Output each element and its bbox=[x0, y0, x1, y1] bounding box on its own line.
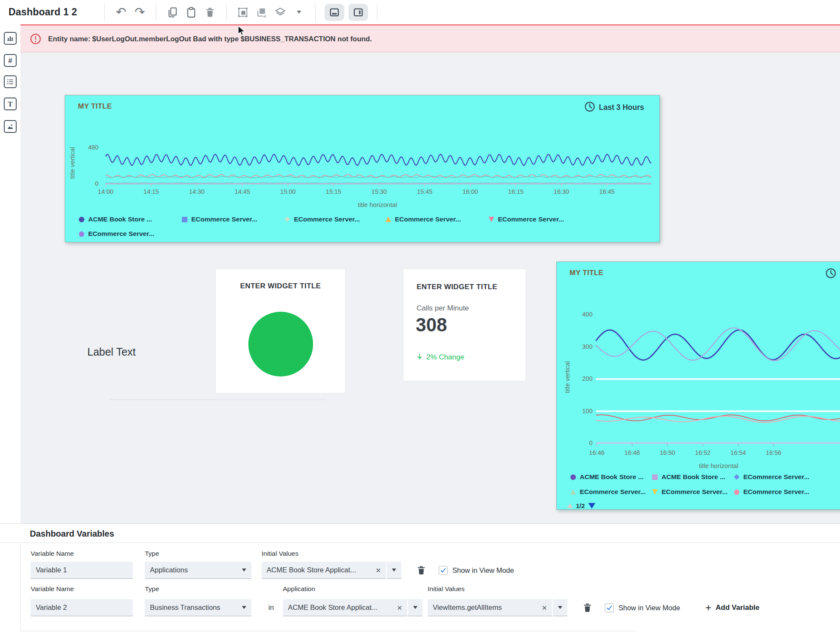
combo-dropdown-button[interactable] bbox=[553, 599, 567, 616]
add-chart-widget-bar-chart-icon[interactable] bbox=[4, 32, 17, 45]
legend-label: ACME Book Store ... bbox=[88, 215, 152, 223]
widget-title: MY TITLE bbox=[78, 102, 112, 111]
pentagon-marker-icon bbox=[79, 231, 84, 237]
show-in-view-mode-label: Show in View Mode bbox=[452, 566, 514, 575]
legend-item[interactable]: ECommerce Server... bbox=[79, 230, 154, 238]
page-title: Dashboard 1 2 bbox=[9, 6, 77, 18]
x-axis-tick-label: 16:54 bbox=[726, 449, 750, 456]
y-axis-title: title vertical bbox=[564, 348, 571, 407]
toolbar-separator bbox=[156, 4, 156, 20]
toolbar-separator bbox=[315, 4, 316, 20]
legend-label: ECommerce Server... bbox=[743, 488, 809, 496]
x-axis-tick-label: 14:00 bbox=[94, 188, 118, 195]
combo-dropdown-button[interactable] bbox=[408, 599, 423, 616]
layers-button[interactable] bbox=[273, 5, 288, 20]
error-banner: Entity name: $UserLogOut.memberLogOut Ba… bbox=[20, 24, 840, 52]
undo-button[interactable]: ↶ bbox=[114, 5, 128, 20]
dashboard-editor: Dashboard 1 2 ↶↷ Entity name: $UserLogOu… bbox=[0, 0, 840, 632]
triangle-up-marker-icon bbox=[570, 489, 576, 495]
combo-value-box[interactable]: ACME Book Store Applicat...× bbox=[262, 562, 386, 579]
combo-dropdown-button[interactable] bbox=[387, 562, 401, 579]
y-axis-tick-label: 100 bbox=[567, 408, 593, 414]
redo-button[interactable]: ↷ bbox=[132, 5, 147, 20]
legend-label: ECommerce Server... bbox=[395, 215, 461, 223]
x-axis-tick-label: 14:30 bbox=[185, 188, 209, 195]
clear-value-icon[interactable]: × bbox=[376, 566, 381, 575]
legend-item[interactable]: ECommerce Server... bbox=[734, 473, 809, 481]
ungroup-button[interactable] bbox=[254, 5, 269, 20]
legend-item[interactable]: ECommerce Server... bbox=[652, 488, 728, 496]
paste-button[interactable] bbox=[184, 5, 198, 20]
legend-item[interactable]: ECommerce Server... bbox=[182, 215, 257, 223]
x-axis-tick-label: 16:00 bbox=[458, 188, 482, 195]
add-text-widget-text-icon[interactable]: T bbox=[4, 98, 17, 110]
line-chart-widget-1[interactable]: MY TITLELast 3 Hours4800title verticalti… bbox=[65, 95, 660, 242]
chart-plot-area bbox=[106, 138, 651, 189]
label-widget[interactable]: Label Text bbox=[87, 346, 136, 358]
metric-widget[interactable]: ENTER WIDGET TITLE Calls per Minute 308 … bbox=[403, 269, 526, 381]
legend-item[interactable]: ECommerce Server... bbox=[385, 215, 461, 223]
time-range-control[interactable] bbox=[825, 267, 837, 281]
delete-variable-button[interactable] bbox=[582, 602, 593, 614]
combo-value-box[interactable]: ACME Book Store Applicat...× bbox=[283, 599, 407, 616]
add-list-widget-list-icon[interactable] bbox=[4, 75, 17, 88]
pie-widget[interactable]: ENTER WIDGET TITLE bbox=[216, 269, 345, 393]
variable-name-input[interactable] bbox=[31, 599, 133, 616]
layout-right-toggle-button[interactable] bbox=[348, 4, 368, 21]
field-label: Variable Name bbox=[31, 585, 74, 593]
add-variable-button[interactable]: +Add Variable bbox=[705, 603, 759, 613]
diamond-marker-icon bbox=[285, 217, 290, 222]
clear-value-icon[interactable]: × bbox=[397, 603, 402, 612]
chart-plot-area bbox=[596, 305, 840, 449]
field-label: Application bbox=[283, 585, 315, 593]
x-axis-tick-label: 14:15 bbox=[139, 188, 163, 195]
type-select[interactable]: Applications bbox=[145, 562, 251, 579]
type-select[interactable]: Business Transactions bbox=[145, 599, 251, 616]
trash-button[interactable] bbox=[203, 5, 217, 20]
combo-value-box[interactable]: ViewItems.getAllItems× bbox=[428, 599, 552, 616]
series-line bbox=[596, 416, 840, 422]
toolbar-separator bbox=[104, 4, 105, 20]
group-button[interactable] bbox=[236, 5, 250, 20]
copy-button[interactable] bbox=[165, 5, 180, 20]
x-axis-tick-label: 15:00 bbox=[276, 188, 300, 195]
layout-bottom-toggle-button[interactable] bbox=[325, 4, 344, 21]
legend-item[interactable]: ACME Book Store ... bbox=[570, 473, 644, 481]
legend-item[interactable]: ECommerce Server... bbox=[285, 215, 360, 223]
delete-variable-button[interactable] bbox=[416, 564, 427, 576]
legend-item[interactable]: ECommerce Server... bbox=[570, 488, 646, 496]
plus-icon: + bbox=[705, 603, 711, 613]
caret-down-icon bbox=[392, 569, 396, 572]
square-marker-icon bbox=[182, 217, 187, 222]
arrow-down-icon bbox=[416, 353, 423, 362]
add-metric-widget-hash-icon[interactable]: # bbox=[4, 54, 17, 67]
x-axis-title: title horizontal bbox=[676, 462, 761, 469]
x-axis-tick-label: 15:15 bbox=[322, 188, 345, 195]
y-axis-tick-label: 200 bbox=[567, 375, 593, 382]
time-range-label: Last 3 Hours bbox=[599, 103, 644, 112]
show-in-view-mode-checkbox[interactable] bbox=[605, 603, 614, 612]
legend-page-up-icon[interactable] bbox=[567, 503, 573, 508]
show-in-view-mode-label: Show in View Mode bbox=[618, 604, 680, 612]
variable-name-input[interactable] bbox=[31, 562, 133, 579]
clear-value-icon[interactable]: × bbox=[542, 603, 547, 612]
x-axis-tick-label: 14:45 bbox=[230, 188, 254, 195]
metric-value: 308 bbox=[416, 314, 447, 336]
series-line bbox=[596, 328, 840, 361]
add-image-widget-image-icon[interactable] bbox=[4, 120, 17, 133]
widget-title: MY TITLE bbox=[570, 269, 604, 277]
x-axis-tick-label: 15:45 bbox=[413, 188, 437, 195]
legend-item[interactable]: ACME Book Store ... bbox=[652, 473, 725, 481]
y-axis-tick-label: 480 bbox=[73, 144, 98, 151]
caret-down-button[interactable] bbox=[292, 5, 306, 20]
legend-page-down-icon[interactable] bbox=[588, 503, 595, 509]
widget-title: ENTER WIDGET TITLE bbox=[417, 283, 497, 291]
legend-item[interactable]: ACME Book Store ... bbox=[79, 215, 152, 223]
legend-item[interactable]: ECommerce Server... bbox=[734, 488, 809, 496]
line-chart-widget-2[interactable]: MY TITLE4003002001000title verticaltitle… bbox=[556, 261, 840, 510]
y-axis-tick-label: 0 bbox=[73, 180, 98, 187]
show-in-view-mode-checkbox[interactable] bbox=[439, 566, 448, 575]
metric-change: 2% Change bbox=[416, 353, 464, 362]
time-range-control[interactable]: Last 3 Hours bbox=[584, 101, 644, 114]
legend-item[interactable]: ECommerce Server... bbox=[489, 215, 564, 223]
